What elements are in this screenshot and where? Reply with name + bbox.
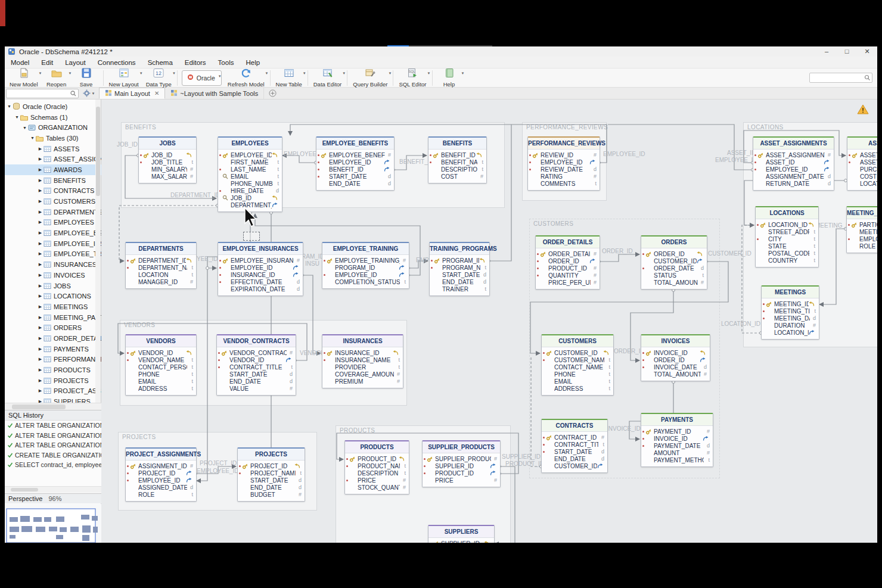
expand-arrow-icon[interactable]: ▶ <box>37 304 44 309</box>
column-hire-date[interactable]: HIRE_DATEd <box>218 187 282 194</box>
column-meeting-id[interactable]: MEETING_ID <box>847 228 877 235</box>
sidebar-search-input[interactable] <box>6 89 79 98</box>
column-price[interactable]: PRICE# <box>423 477 500 484</box>
sidebar-item-projects[interactable]: ▶PROJECTS <box>5 375 101 386</box>
expand-arrow-icon[interactable]: ▶ <box>37 210 44 214</box>
sidebar-item-jobs[interactable]: ▶JOBS <box>5 281 101 291</box>
query-builder-button[interactable]: Query Builder▼ <box>349 68 391 88</box>
column-benefit-id[interactable]: BENEFIT_ID <box>316 166 394 173</box>
column-end-date[interactable]: END_DATEd <box>316 180 394 187</box>
new-table-button[interactable]: New Table▼ <box>272 68 306 88</box>
column-return-date[interactable]: RETURN_DATEd <box>753 180 834 187</box>
column-amount[interactable]: AMOUNT# <box>641 449 713 456</box>
maximize-button[interactable]: □ <box>837 46 857 57</box>
table-supplier-products[interactable]: SUPPLIER_PRODUCTSSUPPLIER_PRODUCT_ID#SUP… <box>422 440 501 487</box>
sidebar-item-meeting-participants[interactable]: ▶MEETING_PARTICIPANTS <box>5 312 101 323</box>
table-insurances[interactable]: INSURANCESINSURANCE_IDINSURANCE_NAMEtPRO… <box>322 334 403 388</box>
column-supplier-product-id[interactable]: SUPPLIER_PRODUCT_ID# <box>423 455 500 462</box>
column-employee-training-id[interactable]: EMPLOYEE_TRAINING_ID# <box>322 257 409 264</box>
expand-arrow-icon[interactable]: ▶ <box>37 241 44 246</box>
column-invoice-id[interactable]: INVOICE_ID <box>641 435 713 442</box>
diagram-canvas[interactable]: BENEFITSPERFORMANCE_REVIEWSLOCATIONSCUST… <box>101 99 877 543</box>
sidebar-item-organization[interactable]: ▼ORGANIZATION <box>5 122 101 133</box>
column-employee-id[interactable]: EMPLOYEE_ID <box>218 151 282 158</box>
column-invoice-date[interactable]: INVOICE_DATEd <box>641 363 710 371</box>
column-employee-insurance-id[interactable]: EMPLOYEE_INSURANCE_ID# <box>218 257 303 264</box>
sql-history-item[interactable]: CREATE TABLE ORGANIZATION.TBL ( ' <box>5 450 101 461</box>
tab-main-layout[interactable]: Main Layout✕ <box>99 88 165 99</box>
sidebar-settings-button[interactable]: ▼ <box>79 88 99 99</box>
menu-edit[interactable]: Edit <box>35 58 59 67</box>
column-employee-id[interactable]: EMPLOYEE_ID <box>218 264 303 271</box>
expand-arrow-icon[interactable]: ▶ <box>37 378 44 383</box>
column-job-title[interactable]: JOB_TITLEt <box>139 158 196 166</box>
column-status[interactable]: STATUSt <box>641 272 707 279</box>
column-vendor-contract-id[interactable]: VENDOR_CONTRACT_ID# <box>217 349 296 356</box>
table-benefits[interactable]: BENEFITSBENEFIT_IDBENEFIT_NAMEtDESCRIPTI… <box>428 136 487 183</box>
column-assigned-date[interactable]: ASSIGNED_DATEd <box>126 484 196 491</box>
collapse-arrow-icon[interactable]: ▼ <box>14 115 20 119</box>
column-contract-id[interactable]: CONTRACT_ID# <box>542 434 607 441</box>
column-employee-id[interactable]: EMPLOYEE_ID <box>847 235 877 242</box>
sidebar-item-invoices[interactable]: ▶INVOICES <box>5 270 101 281</box>
sidebar-item-tables-30-[interactable]: ▼Tables (30) <box>5 133 101 144</box>
table-locations[interactable]: LOCATIONSLOCATION_IDSTREET_ADDRESStCITYt… <box>755 206 819 267</box>
column-end-date[interactable]: END_DATEd <box>542 455 607 462</box>
column-postal-code[interactable]: POSTAL_CODEt <box>756 250 818 257</box>
collapse-arrow-icon[interactable]: ▼ <box>29 136 36 140</box>
expand-arrow-icon[interactable]: ▶ <box>37 325 44 330</box>
expand-arrow-icon[interactable]: ▶ <box>37 199 44 204</box>
column-insurance-id[interactable]: INSURANCE_ID <box>218 271 303 278</box>
column-program-id[interactable]: PROGRAM_ID <box>322 264 409 271</box>
column-order-id[interactable]: ORDER_ID <box>536 257 600 265</box>
sidebar-item-asset-assignments[interactable]: ▶ASSET_ASSIGNMENTS <box>5 154 101 164</box>
column-phone-number[interactable]: PHONE_NUMBERt <box>218 180 282 187</box>
column-quantity[interactable]: QUANTITY# <box>536 272 600 279</box>
column-price[interactable]: PRICE# <box>345 477 409 484</box>
menu-layout[interactable]: Layout <box>59 58 92 67</box>
column-end-date[interactable]: END_DATEd <box>430 278 489 285</box>
sidebar-item-order-details[interactable]: ▶ORDER_DETAILS <box>5 333 101 344</box>
column-order-id[interactable]: ORDER_ID <box>641 250 707 257</box>
column-contact-person[interactable]: CONTACT_PERSONt <box>126 363 196 371</box>
collapse-arrow-icon[interactable]: ▼ <box>6 104 13 108</box>
column-review-date[interactable]: REVIEW_DATEd <box>528 166 600 173</box>
column-min-salary[interactable]: MIN_SALARY# <box>139 166 196 173</box>
column-project-id[interactable]: PROJECT_ID <box>238 462 305 469</box>
column-total-amount[interactable]: TOTAL_AMOUNT# <box>641 371 710 378</box>
column-meeting-id[interactable]: MEETING_ID <box>762 300 819 307</box>
table-employee-benefits[interactable]: EMPLOYEE_BENEFITSEMPLOYEE_BENEFIT_ID#EMP… <box>316 136 395 191</box>
sidebar-item-departments[interactable]: ▶DEPARTMENTS <box>5 207 101 217</box>
column-manager-id[interactable]: MANAGER_ID# <box>126 278 196 285</box>
column-start-date[interactable]: START_DATEd <box>217 371 296 378</box>
close-button[interactable]: ✕ <box>857 46 877 57</box>
column-program-id[interactable]: PROGRAM_ID <box>430 257 489 264</box>
expand-arrow-icon[interactable]: ▶ <box>37 315 44 320</box>
column-premium[interactable]: PREMIUM# <box>322 378 403 385</box>
column-insurance-name[interactable]: INSURANCE_NAMEt <box>322 356 403 363</box>
table-jobs[interactable]: JOBSJOB_IDJOB_TITLEtMIN_SALARY#MAX_SALAR… <box>138 136 197 183</box>
table-projects[interactable]: PROJECTSPROJECT_IDPROJECT_NAMEtSTART_DAT… <box>237 447 305 502</box>
table-asset-assignments[interactable]: ASSET_ASSIGNMENTSASSET_ASSIGNMENT_ID#ASS… <box>753 136 834 191</box>
column-state[interactable]: STATEt <box>756 242 818 250</box>
column-supplier-id[interactable]: SUPPLIER_ID <box>423 462 500 469</box>
column-role[interactable]: ROLEt <box>126 491 196 498</box>
column-effective-date[interactable]: EFFECTIVE_DATEd <box>218 278 303 285</box>
column-contract-title[interactable]: CONTRACT_TITLEt <box>542 441 607 448</box>
table-departments[interactable]: DEPARTMENTSDEPARTMENT_IDDEPARTMENT_NAMEt… <box>125 242 197 289</box>
column-employee-id[interactable]: EMPLOYEE_ID <box>316 158 394 166</box>
sql-history-item[interactable]: ALTER TABLE ORGANIZATION.AWARD <box>5 440 101 450</box>
column-role[interactable]: ROLEt <box>847 242 877 250</box>
refresh-model-button[interactable]: Refresh Model▼ <box>224 68 268 88</box>
expand-arrow-icon[interactable]: ▶ <box>37 388 44 393</box>
column-customer-id[interactable]: CUSTOMER_ID <box>542 462 607 469</box>
minimize-button[interactable]: – <box>816 46 837 57</box>
table-employees[interactable]: EMPLOYEESEMPLOYEE_IDFIRST_NAMEtLAST_NAME… <box>218 136 282 212</box>
column-benefit-name[interactable]: BENEFIT_NAMEt <box>428 158 486 166</box>
sidebar-item-payments[interactable]: ▶PAYMENTS <box>5 344 101 354</box>
column-job-id[interactable]: JOB_ID <box>139 151 196 158</box>
column-location-id[interactable]: LOCATION_ID <box>756 221 818 228</box>
expand-arrow-icon[interactable]: ▶ <box>37 368 44 372</box>
menu-help[interactable]: Help <box>240 58 266 67</box>
column-asset-assignment-id[interactable]: ASSET_ASSIGNMENT_ID# <box>753 151 834 158</box>
